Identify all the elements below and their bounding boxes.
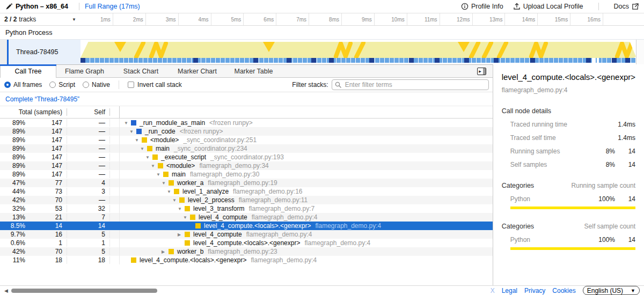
twisty-closed-icon[interactable]: ▶ [162,249,169,254]
detail-value: 1.4ms [615,121,635,128]
radio-script[interactable]: Script [49,81,75,88]
breadcrumb[interactable]: Complete “Thread-78495” [5,95,79,103]
categories-title: Categories [502,223,584,230]
twisty-open-icon[interactable]: ▼ [183,215,190,220]
call-tree-row[interactable]: 0.6%11level_4_compute.<locals>.<genexpr>… [0,239,493,247]
upload-profile-button[interactable]: Upload Local Profile [513,3,583,10]
radio-native[interactable]: Native [83,81,110,88]
twisty-open-icon[interactable]: ▼ [135,138,142,143]
function-name: _run_module_as_main [140,119,205,127]
call-tree-row[interactable]: 8.5%1414level_4_compute.<locals>.<genexp… [0,222,493,230]
tracks-scrollbar[interactable] [636,40,644,64]
jank-marker [356,43,363,57]
invert-call-stack-checkbox[interactable] [128,82,134,88]
twisty-open-icon[interactable]: ▼ [140,146,147,151]
self-samples: — [67,153,110,161]
twisty-open-icon[interactable]: ▼ [178,206,185,211]
self-samples: 5 [67,231,110,238]
filter-stacks-input[interactable] [332,79,489,90]
ruler-tick: 14ms [505,13,538,25]
track-python-process[interactable]: Python Process [0,25,644,39]
total-percent: 89% [0,171,30,178]
edit-profile-name-icon[interactable] [5,3,12,10]
tab-call-tree[interactable]: Call Tree [0,65,56,78]
horizontal-scrollbar-thumb[interactable] [11,289,157,293]
twisty-open-icon[interactable]: ▼ [162,181,169,186]
tracks-dropdown[interactable]: 2 / 2 tracks ▼ [0,13,80,25]
tab-flame-graph[interactable]: Flame Graph [56,65,113,77]
thread-label[interactable]: Thread-78495 [9,40,80,64]
call-tree-row[interactable]: 13%217▼level_4_computeflamegraph_demo.py… [0,213,493,222]
sample-marker-dark [193,58,198,63]
twisty-open-icon[interactable]: ▼ [167,189,174,194]
call-tree-row[interactable]: 9.7%165▶level_4_computeflamegraph_demo.p… [0,230,493,239]
tab-marker-chart[interactable]: Marker Chart [169,65,225,77]
radio-label: Native [92,81,110,88]
profile-info-button[interactable]: Profile Info [461,3,503,10]
twisty-open-icon[interactable]: ▼ [124,121,131,126]
total-percent: 44% [0,188,30,195]
call-tree-header: Total (samples) Self [0,106,493,119]
twisty-open-icon[interactable]: ▼ [156,172,163,177]
call-tree-row[interactable]: 89%147—▼_execute_script_sync_coordinator… [0,153,493,161]
function-name: <module> [150,136,179,144]
total-percent: 11% [0,256,30,264]
category-bar [510,247,635,250]
call-tree-row[interactable]: 89%147—▼_run_code<frozen runpy> [0,127,493,136]
footer-link-cookies[interactable]: Cookies [552,287,575,294]
twisty-open-icon[interactable]: ▼ [172,198,179,203]
call-tree-row[interactable]: 89%147—▼_run_module_as_main<frozen runpy… [0,119,493,127]
tree-cell: ▼main_sync_coordinator.py:234 [120,145,493,152]
detail-label: Traced running time [502,121,592,128]
category-color-icon [185,240,190,246]
ruler-tick: 7ms [276,13,309,25]
tree-cell: ▼level_4_computeflamegraph_demo.py:4 [120,213,493,221]
ruler-tick: 10ms [375,13,407,25]
total-samples: 147 [30,153,67,161]
category-name: Python [502,195,592,203]
twisty-open-icon[interactable]: ▼ [129,129,136,134]
detail-percent: 8% [592,148,615,155]
jank-marker [151,43,166,56]
function-name: level_4_compute.<locals>.<genexpr> [204,222,311,230]
radio-all-frames[interactable]: All frames [4,81,42,88]
footer-link-privacy[interactable]: Privacy [524,287,545,294]
twisty-open-icon[interactable]: ▼ [145,155,152,160]
tab-stack-chart[interactable]: Stack Chart [113,65,169,77]
category-bar [510,206,635,209]
tab-marker-table[interactable]: Marker Table [225,65,282,77]
category-color-icon [179,197,185,203]
docs-button[interactable]: Docs [614,3,639,10]
jank-marker [617,43,632,56]
column-header-self[interactable]: Self [67,108,110,116]
sample-marker-dark [80,58,85,63]
function-location: flamegraph_demo.py:11 [239,196,308,204]
category-color-icon [195,223,201,228]
twisty-closed-icon[interactable]: ▶ [178,232,185,237]
self-samples: 4 [67,179,110,187]
call-tree-row[interactable]: 89%147—▼mainflamegraph_demo.py:30 [0,170,493,179]
category-color-icon [131,120,136,126]
call-tree-row[interactable]: 44%733▼level_1_analyzeflamegraph_demo.py… [0,187,493,196]
tree-cell: ▶level_4_computeflamegraph_demo.py:4 [120,231,493,238]
call-tree-row[interactable]: 32%5332▼level_3_transformflamegraph_demo… [0,204,493,213]
footer-link-x[interactable]: X [491,287,495,294]
call-tree-row[interactable]: 42%705▶worker_bflamegraph_demo.py:23 [0,247,493,256]
category-color-icon [185,232,190,237]
self-samples: 5 [67,248,110,255]
call-tree-row[interactable]: 11%1818level_4_compute.<locals>.<genexpr… [0,256,493,264]
thread-activity-track[interactable] [80,40,636,64]
full-range-link[interactable]: Full Range (17ms) [85,3,140,10]
sidebar: level_4_compute.<locals>.<genexpr> flame… [493,64,644,285]
call-tree-row[interactable]: 89%147—▼<module>_sync_coordinator.py:251 [0,136,493,144]
call-tree-row[interactable]: 47%774▼worker_aflamegraph_demo.py:19 [0,179,493,187]
footer-link-legal[interactable]: Legal [502,287,517,294]
call-tree-row[interactable]: 89%147—▼<module>flamegraph_demo.py:34 [0,161,493,170]
twisty-open-icon[interactable]: ▼ [151,164,158,168]
language-select[interactable]: English (US) ▼ [583,286,640,295]
scroll-left-arrow-icon[interactable]: ◀ [4,288,8,293]
call-tree-row[interactable]: 89%147—▼main_sync_coordinator.py:234 [0,144,493,153]
column-header-total[interactable]: Total (samples) [0,108,67,116]
sidebar-toggle-button[interactable]: ▶ [477,68,486,75]
call-tree-row[interactable]: 42%70—▼level_2_processflamegraph_demo.py… [0,196,493,204]
